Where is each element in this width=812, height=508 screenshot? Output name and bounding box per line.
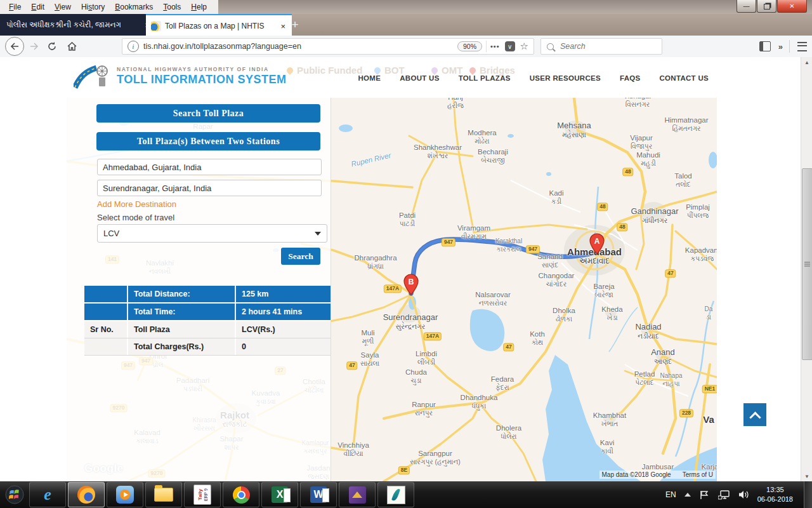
terms-link[interactable]: Terms of U [683,471,713,478]
new-tab-button[interactable]: + [287,17,303,33]
nav-about-us[interactable]: ABOUT US [400,74,439,82]
nav-faqs[interactable]: FAQS [620,74,641,82]
speaker-icon[interactable] [738,490,749,499]
tab-police-office[interactable]: પોલીસ અધીક્ષકશ્રીની કચેરી, જામનગર × [0,14,156,36]
search-input[interactable] [559,41,650,51]
watermark-label: Public Funded [297,65,362,76]
map-label-harij: Harijહરીજ [447,98,464,110]
menu-file[interactable]: File [4,3,26,11]
map-label-gujarati: હરીજ [447,102,464,110]
nav-contact-us[interactable]: CONTACT US [659,74,709,82]
navigation-toolbar: i tis.nhai.gov.in/tollplazasonmap?langua… [0,36,812,58]
svg-text:A: A [594,237,600,246]
menu-view[interactable]: View [49,3,76,11]
word-icon: W [310,486,327,503]
map-label-modhera: Modheraમોઢેરા [468,129,496,145]
restore-button[interactable] [757,0,776,13]
sidebar-icon[interactable] [759,41,771,51]
folder-icon [154,488,173,502]
taskbar-tally-erp[interactable]: Tally ERP 9 [184,482,221,507]
taskbar-word[interactable]: W [300,482,337,507]
between-two-stations-button[interactable]: Toll Plaza(s) Between Two Stations [96,132,320,150]
nav-user-resources[interactable]: USER RESOURCES [530,74,601,82]
search-bar[interactable] [540,38,662,55]
minimize-button[interactable]: — [737,0,756,13]
hamburger-menu-icon[interactable] [797,42,807,51]
add-more-destination-link[interactable]: Add More Destination [97,199,176,209]
start-button[interactable] [2,482,27,507]
pocket-icon[interactable]: ∨ [505,41,515,51]
map-label-vinchhiya: Vinchhiyaવીંછિયા [337,441,369,457]
scrollbar-thumb[interactable] [802,168,812,360]
nav-home[interactable]: HOME [358,74,381,82]
home-button[interactable] [63,42,80,51]
taskbar-internet-explorer[interactable]: e [29,482,66,507]
map-label-gujarati: કારકથલ [495,245,522,253]
destination-input[interactable] [97,180,322,196]
back-button[interactable] [5,37,24,56]
taskbar-clock[interactable]: 13:35 06-06-2018 [757,485,793,504]
scroll-up-arrow[interactable]: ▲ [801,57,812,67]
map-label-pimplaj: Pimplajપીંપલજ [686,203,710,219]
url-bar[interactable]: i tis.nhai.gov.in/tollplazasonmap?langua… [122,38,534,55]
route-marker-a[interactable]: A [589,233,605,255]
taskbar-media-player[interactable] [107,482,143,507]
highway-badge-8E: 8E [398,466,410,474]
zoom-level-indicator[interactable]: 90% [457,41,482,51]
taskbar-photoshop[interactable] [377,482,414,507]
bookmark-star-icon[interactable]: ☆ [520,41,528,52]
origin-input[interactable] [97,159,322,175]
map-label-gujarati: ગાંધીનગર [631,216,678,224]
route-marker-b[interactable]: B [403,274,419,295]
taskbar-firefox[interactable] [68,482,105,507]
close-button[interactable]: ✕ [777,0,807,13]
mode-selected-value: LCV [103,229,119,238]
page-actions-icon[interactable]: ••• [490,43,500,50]
google-map[interactable]: HarijહરીજVisnagarવિસનગરMehsanaમહેસાણાMod… [67,98,717,481]
taskbar-photo-app[interactable] [339,482,376,507]
tab-toll-plazas[interactable]: Toll Plazas on a Map | NHTIS × [146,14,292,37]
scroll-to-top-button[interactable] [743,403,766,426]
menu-bookmarks[interactable]: Bookmarks [110,3,158,11]
search-toll-plaza-button[interactable]: Search Toll Plaza [96,104,320,123]
menu-help[interactable]: Help [186,3,212,11]
language-indicator[interactable]: EN [665,490,676,499]
network-icon[interactable] [718,490,730,500]
reload-button[interactable] [44,42,60,51]
show-desktop-button[interactable] [804,481,812,508]
overflow-chevrons-icon[interactable]: » [778,42,782,51]
action-center-flag-icon[interactable] [699,490,710,500]
menu-edit[interactable]: Edit [26,3,49,11]
nav-toll-plazas[interactable]: TOLL PLAZAS [459,74,511,82]
forward-button[interactable] [27,43,42,50]
page-scrollbar[interactable]: ▲ ▼ [801,57,812,481]
site-info-icon[interactable]: i [128,41,139,52]
scroll-down-arrow[interactable]: ▼ [801,471,812,481]
web-page: NATIONAL HIGHWAYS AUTHORITY OF INDIA TOL… [0,57,801,481]
highway-badge-47: 47 [503,343,514,351]
menu-history[interactable]: History [76,3,110,11]
map-label-rupen-river: Rupen River [350,151,391,168]
map-label-nalsarovar: Nalsarovarનળસરોવર [475,291,511,307]
highway-badge-47: 47 [665,269,676,277]
highway-badge-47: 47 [346,361,357,370]
results-table: Total Distance:125 kmTotal Time:2 hours … [84,286,331,356]
menu-tools[interactable]: Tools [158,3,186,11]
highway-badge-228: 228 [679,409,693,417]
panel-search-button[interactable]: Search [281,248,320,265]
map-label-muli: Muliમૂળી [361,329,374,345]
tab-title: Toll Plazas on a Map | NHTIS [165,22,265,30]
nhai-logo[interactable]: NATIONAL HIGHWAYS AUTHORITY OF INDIA TOL… [74,62,287,90]
hidden-icons-arrow[interactable] [684,493,691,497]
map-label-gujarati: સુરેન્દ્રનગર [383,322,438,330]
highway-badge-947: 947 [526,245,540,253]
svg-text:B: B [409,277,414,286]
map-label-gujarati: કડી [549,198,563,206]
map-label-gujarati: ફેદરા [491,384,514,392]
taskbar-excel[interactable]: X [261,482,298,507]
mode-of-travel-select[interactable]: LCV [97,224,327,243]
taskbar-file-explorer[interactable] [145,482,182,507]
taskbar-chrome[interactable] [223,482,259,507]
mode-of-travel-label: Select mode of travel [97,213,174,222]
map-label-gujarati: ચાંગોદર [539,281,575,288]
